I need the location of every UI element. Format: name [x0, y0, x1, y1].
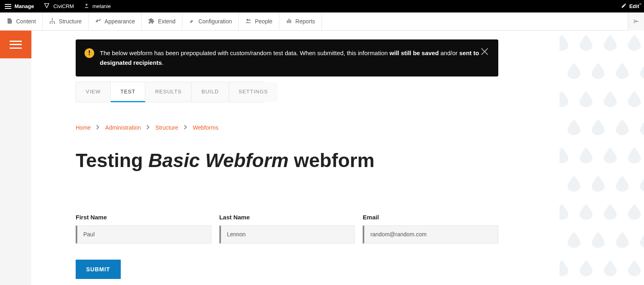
chevron-right-icon [184, 124, 187, 131]
configuration-link[interactable]: Configuration [182, 12, 239, 31]
user-link[interactable]: melanie [79, 0, 116, 12]
last-name-group: Last Name [219, 214, 355, 244]
svg-rect-1 [52, 18, 53, 19]
title-suffix: webform [289, 150, 374, 171]
svg-point-5 [247, 19, 249, 21]
content-link[interactable]: Content [0, 12, 43, 31]
content-label: Content [16, 18, 36, 25]
drop-icon [559, 204, 568, 220]
drop-icon [559, 260, 568, 276]
svg-rect-4 [54, 23, 55, 24]
hamburger-icon [5, 4, 11, 9]
form-row: First Name Last Name Email [76, 214, 498, 244]
message-part3: . [162, 59, 163, 66]
breadcrumb-structure[interactable]: Structure [155, 124, 178, 131]
status-message-text: The below webform has been prepopulated … [100, 48, 487, 68]
collapse-toolbar-button[interactable] [628, 12, 644, 31]
title-italic: Basic Webform [148, 150, 289, 171]
drop-icon [604, 204, 617, 220]
drop-icon [640, 232, 644, 248]
drop-icon [580, 147, 592, 163]
admin-menu: Content Structure Appearance Extend Conf… [0, 12, 644, 31]
drop-icon [604, 91, 617, 107]
extend-link[interactable]: Extend [142, 12, 182, 31]
hamburger-icon [10, 41, 22, 49]
drop-icon [580, 35, 592, 51]
appearance-icon [95, 18, 101, 25]
first-name-field[interactable] [76, 225, 211, 244]
breadcrumb: Home Administration Structure Webforms [76, 124, 498, 131]
drop-icon [604, 35, 617, 51]
svg-rect-2 [50, 23, 51, 24]
drop-icon [640, 176, 644, 192]
main-content: ! The below webform has been prepopulate… [31, 31, 559, 285]
tab-view[interactable]: VIEW [76, 82, 111, 102]
chevron-right-icon [147, 124, 150, 131]
left-rail [0, 31, 31, 285]
drop-icon [640, 63, 644, 79]
breadcrumb-webforms[interactable]: Webforms [193, 124, 219, 131]
page-container: ! The below webform has been prepopulate… [0, 31, 644, 285]
svg-point-6 [249, 19, 251, 21]
pencil-icon [621, 3, 627, 10]
drop-icon [559, 147, 568, 163]
drop-icon [616, 176, 629, 192]
message-bold1: will still be saved [390, 50, 439, 56]
tab-settings[interactable]: SETTINGS [229, 82, 278, 102]
manage-button[interactable]: Manage [0, 0, 39, 12]
tab-build[interactable]: BUILD [192, 82, 229, 102]
orange-menu-button[interactable] [0, 31, 31, 58]
configuration-label: Configuration [198, 18, 232, 25]
email-group: Email [363, 214, 498, 244]
first-name-group: First Name [76, 214, 211, 244]
drop-icon [568, 119, 580, 135]
tab-results[interactable]: RESULTS [145, 82, 192, 102]
scroll-up-icon[interactable] [638, 1, 642, 5]
structure-icon [49, 18, 56, 25]
svg-point-0 [85, 4, 87, 6]
drop-icon [628, 35, 641, 51]
drop-icon [568, 63, 580, 79]
drop-icon [580, 91, 592, 107]
status-message: ! The below webform has been prepopulate… [76, 39, 498, 76]
structure-link[interactable]: Structure [43, 12, 89, 31]
email-field[interactable] [363, 225, 498, 244]
tab-test[interactable]: TEST [111, 82, 145, 102]
edit-label: Edit [629, 3, 639, 9]
drop-icon [592, 119, 605, 135]
drop-icon [616, 232, 629, 248]
structure-label: Structure [59, 18, 82, 25]
drop-icon [568, 176, 580, 192]
drop-icon [628, 91, 641, 107]
civicrm-link[interactable]: CiviCRM [39, 0, 78, 12]
reports-link[interactable]: Reports [279, 12, 322, 31]
drop-icon [559, 35, 568, 51]
top-toolbar: Manage CiviCRM melanie Edit [0, 0, 644, 12]
last-name-label: Last Name [219, 214, 355, 221]
warning-icon: ! [85, 48, 94, 58]
drop-icon [580, 260, 592, 276]
people-link[interactable]: People [239, 12, 279, 31]
appearance-link[interactable]: Appearance [89, 12, 142, 31]
user-label: melanie [93, 3, 111, 9]
chevron-right-icon [96, 124, 99, 131]
breadcrumb-home[interactable]: Home [76, 124, 91, 131]
close-message-button[interactable] [480, 47, 489, 56]
civicrm-icon [43, 2, 50, 10]
drop-icon [604, 260, 617, 276]
configuration-icon [189, 18, 195, 25]
title-prefix: Testing [76, 150, 148, 171]
people-icon [245, 18, 252, 25]
drop-icon [592, 232, 605, 248]
right-background [559, 31, 644, 285]
breadcrumb-administration[interactable]: Administration [105, 124, 141, 131]
people-label: People [255, 18, 272, 25]
extend-icon [148, 18, 155, 25]
collapse-icon [633, 18, 640, 25]
last-name-field[interactable] [219, 225, 355, 244]
drop-icon [616, 63, 629, 79]
drop-icon [628, 260, 641, 276]
submit-button[interactable]: SUBMIT [76, 260, 121, 279]
drop-icon [568, 232, 580, 248]
svg-rect-8 [289, 19, 290, 23]
